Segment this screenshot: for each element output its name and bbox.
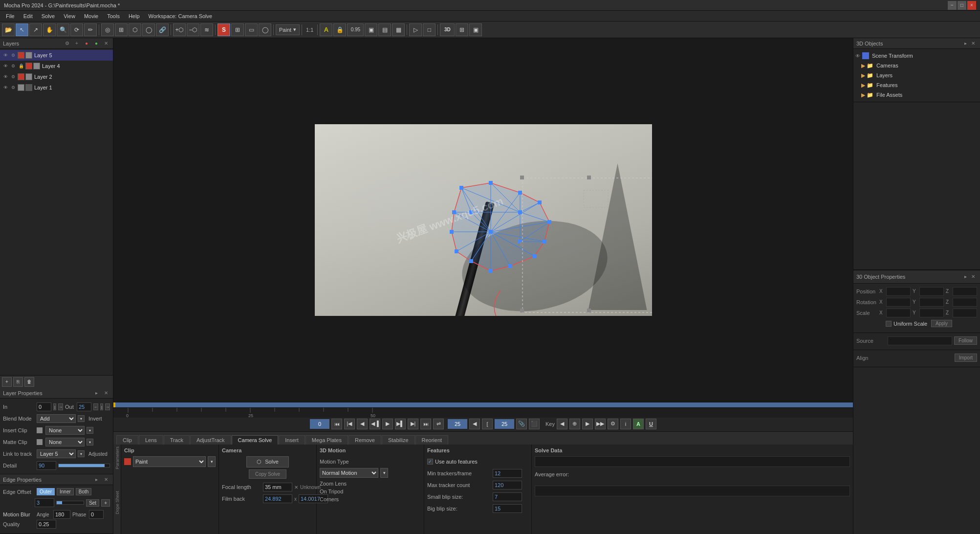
set-btn[interactable]: Set	[86, 499, 99, 507]
auto-features-checkbox[interactable]: ✓	[427, 459, 433, 465]
tb-play-fwd[interactable]: ▷	[409, 23, 422, 36]
export-solve-btn[interactable]	[535, 486, 850, 496]
add-layer-btn[interactable]: +	[2, 377, 12, 387]
tab-insert[interactable]: Insert	[279, 435, 305, 445]
magnet-btn[interactable]: ◯	[259, 23, 271, 36]
features-item[interactable]: ▶ 📁 Features	[854, 80, 979, 90]
pos-x-input[interactable]	[886, 287, 911, 296]
loop-btn[interactable]: ⇌	[433, 419, 444, 429]
zoom-tool[interactable]: 🔍	[57, 23, 69, 36]
delete-layer-btn[interactable]: 🗑	[24, 377, 34, 387]
quality-input[interactable]	[37, 520, 56, 529]
in-set-btn[interactable]: |	[53, 403, 56, 410]
insert-clip-select[interactable]: None	[45, 426, 85, 435]
matte-clip-select[interactable]: None	[45, 438, 85, 446]
layer-settings-icon[interactable]: ⚙	[10, 63, 17, 69]
timeline-ruler[interactable]: 0 25 50	[113, 408, 853, 416]
out-set-btn[interactable]: |	[100, 403, 103, 410]
obj-props-close[interactable]: ✕	[969, 273, 977, 281]
layer-row[interactable]: 👁 ⚙ Layer 2	[0, 71, 113, 82]
scene-transform-item[interactable]: 👁 Scene Transform	[854, 51, 979, 61]
mid-handle[interactable]	[587, 309, 591, 312]
tb-view2[interactable]: ▤	[378, 23, 391, 36]
inner-btn[interactable]: Inner	[57, 488, 74, 495]
menu-tools[interactable]: Tools	[103, 12, 124, 20]
out-frame-input[interactable]	[448, 419, 467, 429]
skip-to-end-btn[interactable]: ⏭	[420, 419, 431, 429]
angle-input[interactable]	[53, 510, 70, 519]
tb-stop[interactable]: □	[423, 23, 436, 36]
view-dropdown[interactable]: Paint ▾	[276, 24, 300, 35]
out-input[interactable]	[77, 402, 91, 411]
layer-row[interactable]: 👁 ⚙ Layer 1	[0, 82, 113, 93]
phase-input[interactable]	[89, 510, 104, 519]
layers-track-icon[interactable]: ●	[92, 40, 100, 47]
minimize-button[interactable]: −	[948, 1, 957, 10]
tab-clip[interactable]: Clip	[116, 435, 138, 445]
transform-tool[interactable]: ⟳	[70, 23, 83, 36]
out-arrow1[interactable]: ←	[93, 403, 98, 410]
clip-select[interactable]: Paint	[133, 456, 206, 467]
timeline-cursor[interactable]	[113, 402, 115, 407]
skip-to-start-btn[interactable]: ⏮	[331, 419, 342, 429]
lock-icon[interactable]: 🔒	[18, 63, 24, 69]
layers-close-icon[interactable]: ✕	[102, 40, 110, 47]
grid-btn[interactable]: ⊞	[231, 23, 244, 36]
viewport[interactable]: 兴极屋 www.xqu5.com	[113, 38, 853, 402]
edge-props-close[interactable]: ✕	[102, 476, 110, 484]
current-frame-input[interactable]	[310, 419, 329, 429]
tb-lock[interactable]: 🔒	[333, 23, 346, 36]
key-a[interactable]: A	[633, 419, 644, 429]
add-btn[interactable]: +	[101, 499, 110, 507]
playback-frame[interactable]	[495, 419, 514, 429]
tab-remove[interactable]: Remove	[348, 435, 381, 445]
file-assets-item[interactable]: ▶ 📁 File Assets	[854, 90, 979, 100]
corner-handle[interactable]	[520, 176, 524, 179]
mid-handle[interactable]	[520, 242, 524, 246]
play-fwd-btn[interactable]: ▶▌	[395, 419, 406, 429]
rot-y-input[interactable]	[919, 298, 944, 307]
both-btn[interactable]: Both	[76, 488, 92, 495]
playback-in[interactable]: [	[482, 419, 493, 429]
corner-handle[interactable]	[520, 309, 524, 312]
ellipse-tool[interactable]: ◯	[142, 23, 155, 36]
film-back-x[interactable]	[263, 494, 292, 503]
menu-solve[interactable]: Solve	[38, 12, 59, 20]
brush-tool[interactable]: ⊞	[115, 23, 128, 36]
tb-perc[interactable]: 0.95	[347, 23, 364, 36]
clip-expand[interactable]: ▾	[208, 456, 216, 467]
tab-adjusttrack[interactable]: AdjustTrack	[190, 435, 231, 445]
menu-workspace[interactable]: Workspace: Camera Solve	[145, 12, 217, 20]
pos-y-input[interactable]	[919, 287, 944, 296]
maximize-button[interactable]: □	[958, 1, 966, 10]
key-prev[interactable]: ◀	[557, 419, 567, 429]
menu-edit[interactable]: Edit	[20, 12, 37, 20]
pos-z-input[interactable]	[953, 287, 977, 296]
tab-reorient[interactable]: Reorient	[415, 435, 449, 445]
scale-y-input[interactable]	[919, 309, 944, 317]
obj-props-expand[interactable]: ▸	[961, 273, 969, 281]
detail-input[interactable]	[37, 461, 56, 470]
scale-x-input[interactable]	[886, 309, 911, 317]
mid-handle[interactable]	[587, 176, 591, 179]
normal-motion-select[interactable]: Normal Motion Zoom Lens On Tripod	[320, 468, 378, 478]
copy-solve-button[interactable]: Copy Solve	[249, 469, 286, 479]
scale-z-input[interactable]	[953, 309, 977, 317]
menu-movie[interactable]: Movie	[80, 12, 102, 20]
eye-icon[interactable]: 👁	[2, 52, 9, 59]
playback-clip2[interactable]: ⬛	[529, 419, 540, 429]
follow-button[interactable]: Follow	[954, 336, 977, 345]
play-stop-btn[interactable]: ◀▐	[370, 419, 380, 429]
tb-obj[interactable]: ▣	[469, 23, 482, 36]
create-tool[interactable]: ✏	[84, 23, 97, 36]
key-mark[interactable]: ⊕	[569, 419, 580, 429]
matte-expand[interactable]: ▾	[87, 439, 93, 445]
tab-mega-plates[interactable]: Mega Plates	[305, 435, 348, 445]
offset-value-input[interactable]	[35, 498, 54, 507]
layers-color-icon[interactable]: ●	[83, 40, 90, 47]
playback-clip1[interactable]: 📎	[516, 419, 527, 429]
layer-props-close[interactable]: ✕	[102, 389, 110, 397]
key-play2[interactable]: ▶	[582, 419, 593, 429]
play-btn[interactable]: ▶	[382, 419, 393, 429]
close-button[interactable]: ×	[967, 1, 976, 10]
